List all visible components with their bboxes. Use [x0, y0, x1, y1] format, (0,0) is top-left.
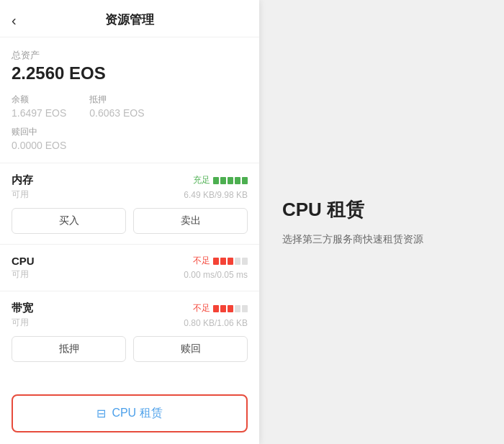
balance-value: 1.6497 EOS	[12, 107, 66, 119]
cpu-seg-3	[228, 258, 233, 265]
cpu-available-value: 0.00 ms/0.05 ms	[184, 270, 248, 280]
cpu-seg-1	[213, 258, 219, 265]
mem-seg-1	[213, 177, 219, 184]
cpu-available-label: 可用	[12, 268, 29, 281]
back-button[interactable]: ‹	[12, 13, 17, 27]
staked-value: 0.6063 EOS	[89, 107, 144, 119]
total-assets-label: 总资产	[12, 49, 248, 62]
refund-label: 赎回中	[12, 126, 248, 138]
balance-section: 余额 1.6497 EOS	[12, 94, 66, 119]
memory-name: 内存	[12, 173, 33, 187]
divider-1	[0, 163, 259, 163]
memory-status: 充足	[193, 174, 248, 186]
right-panel-title: CPU 租赁	[282, 197, 481, 222]
staked-section: 抵押 0.6063 EOS	[89, 94, 144, 119]
mem-seg-4	[235, 177, 240, 184]
memory-status-text: 充足	[193, 174, 210, 186]
refund-value: 0.0000 EOS	[12, 140, 248, 151]
bandwidth-header: 带宽 不足	[12, 302, 248, 315]
cpu-seg-4	[235, 258, 240, 265]
phone-card: ‹ 资源管理 总资产 2.2560 EOS 余额 1.6497 EOS 抵押 0…	[0, 0, 259, 444]
cpu-rent-button[interactable]: ⊟ CPU 租赁	[12, 394, 248, 432]
mem-seg-2	[220, 177, 226, 184]
stake-button[interactable]: 抵押	[12, 336, 126, 362]
bw-seg-1	[213, 305, 219, 312]
right-panel-desc: 选择第三方服务商快速租赁资源	[282, 231, 481, 247]
bandwidth-status: 不足	[193, 302, 248, 314]
cpu-rent-icon: ⊟	[96, 407, 106, 420]
sell-button[interactable]: 卖出	[133, 208, 248, 234]
memory-available-label: 可用	[12, 189, 29, 201]
bandwidth-status-text: 不足	[193, 302, 210, 314]
memory-available-value: 6.49 KB/9.98 KB	[184, 190, 248, 200]
cpu-status-text: 不足	[193, 255, 210, 267]
bottom-area: ⊟ CPU 租赁	[0, 386, 259, 444]
bw-seg-2	[220, 305, 226, 312]
bw-seg-3	[228, 305, 233, 312]
balance-row: 余额 1.6497 EOS 抵押 0.6063 EOS	[12, 94, 248, 119]
main-content: 总资产 2.2560 EOS 余额 1.6497 EOS 抵押 0.6063 E…	[0, 37, 259, 386]
header: ‹ 资源管理	[0, 0, 259, 37]
memory-header: 内存 充足	[12, 173, 248, 187]
cpu-seg-2	[220, 258, 226, 265]
bandwidth-name: 带宽	[12, 302, 33, 315]
cpu-header: CPU 不足	[12, 255, 248, 267]
balance-label: 余额	[12, 94, 66, 106]
page-title: 资源管理	[105, 12, 154, 28]
memory-section: 内存 充足 可用 6.49 KB/9.98 KB 买入	[12, 173, 248, 234]
mem-seg-5	[242, 177, 248, 184]
bandwidth-btn-row: 抵押 赎回	[12, 336, 248, 362]
bandwidth-sub: 可用 0.80 KB/1.06 KB	[12, 317, 248, 329]
memory-btn-row: 买入 卖出	[12, 208, 248, 234]
staked-label: 抵押	[89, 94, 144, 106]
buy-button[interactable]: 买入	[12, 208, 126, 234]
cpu-status: 不足	[193, 255, 248, 267]
divider-2	[0, 244, 259, 245]
mem-seg-3	[228, 177, 233, 184]
cpu-rent-label: CPU 租赁	[112, 406, 162, 421]
cpu-seg-5	[242, 258, 248, 265]
bw-seg-5	[242, 305, 248, 312]
right-panel: CPU 租赁 选择第三方服务商快速租赁资源	[259, 168, 504, 276]
cpu-sub: 可用 0.00 ms/0.05 ms	[12, 268, 248, 281]
cpu-progress-bar	[213, 258, 248, 265]
memory-progress-bar	[213, 177, 248, 184]
bandwidth-progress-bar	[213, 305, 248, 312]
cpu-name: CPU	[12, 255, 35, 267]
bandwidth-section: 带宽 不足 可用 0.80 KB/1.06 KB 抵押	[12, 302, 248, 362]
cpu-section: CPU 不足 可用 0.00 ms/0.05 ms	[12, 255, 248, 281]
redeem-button[interactable]: 赎回	[133, 336, 248, 362]
bandwidth-available-value: 0.80 KB/1.06 KB	[184, 318, 248, 328]
total-assets-value: 2.2560 EOS	[12, 63, 248, 83]
divider-3	[0, 291, 259, 291]
memory-sub: 可用 6.49 KB/9.98 KB	[12, 189, 248, 201]
bandwidth-available-label: 可用	[12, 317, 29, 329]
bw-seg-4	[235, 305, 240, 312]
